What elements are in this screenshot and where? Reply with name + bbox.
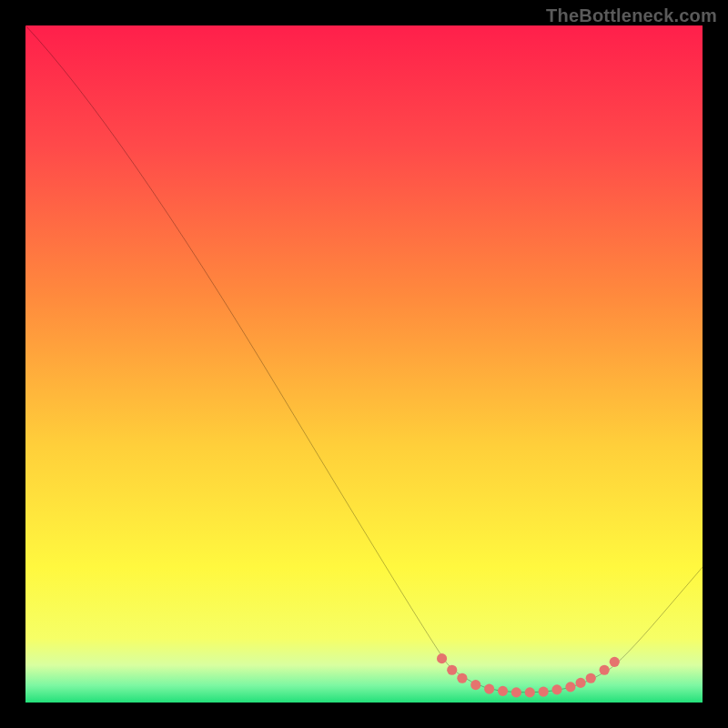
- marker-dot: [610, 657, 620, 667]
- marker-dot: [437, 653, 447, 663]
- marker-dot: [457, 673, 467, 683]
- marker-dot: [586, 673, 596, 683]
- watermark-text: TheBottleneck.com: [546, 5, 717, 26]
- marker-dot: [498, 686, 508, 696]
- marker-dot: [484, 684, 494, 694]
- marker-dot: [447, 665, 457, 675]
- gradient-background: [25, 25, 703, 703]
- marker-dot: [511, 687, 521, 697]
- marker-dot: [600, 665, 610, 675]
- bottleneck-chart: [25, 25, 703, 703]
- marker-dot: [551, 684, 561, 694]
- chart-stage: TheBottleneck.com: [0, 0, 728, 728]
- marker-dot: [539, 687, 549, 697]
- marker-dot: [525, 687, 535, 697]
- marker-dot: [565, 682, 575, 692]
- marker-dot: [470, 680, 480, 690]
- marker-dot: [576, 678, 586, 688]
